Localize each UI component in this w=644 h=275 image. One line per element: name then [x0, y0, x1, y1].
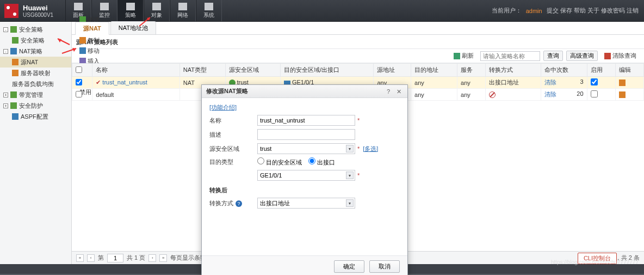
multi-select-link[interactable]: [多选]	[363, 145, 378, 153]
search-input[interactable]	[480, 51, 540, 61]
help-icon[interactable]: ?	[236, 200, 242, 207]
svg-rect-3	[152, 3, 161, 10]
tree-icon	[10, 26, 17, 33]
tree-带宽管理[interactable]: +带宽管理	[0, 89, 71, 100]
col-名称: 名称	[92, 64, 179, 77]
pager-total: 共 1 页	[127, 254, 145, 262]
tree-服务器映射[interactable]: 服务器映射	[0, 68, 71, 78]
radio-outif[interactable]: 出接口	[308, 157, 335, 167]
check-all[interactable]	[76, 66, 82, 73]
tree-icon	[10, 48, 17, 54]
edit-icon[interactable]	[619, 91, 626, 98]
enable-check[interactable]	[591, 78, 598, 85]
radio-dstzone[interactable]: 目的安全区域	[257, 157, 302, 167]
row-check[interactable]	[76, 91, 82, 97]
dialog-title: 修改源NAT策略	[206, 87, 248, 95]
pager-page-input[interactable]	[107, 254, 123, 262]
ok-button[interactable]: 确定	[334, 260, 364, 273]
col-转换方式: 转换方式	[486, 64, 541, 77]
col-启用: 启用	[587, 64, 615, 77]
tree-安全防护[interactable]: +安全防护	[0, 100, 71, 111]
row-check[interactable]	[76, 79, 82, 85]
adv-search-button[interactable]: 高级查询	[566, 51, 598, 61]
pager-prev[interactable]: ‹	[87, 254, 95, 262]
clear-hits-link[interactable]: 清除	[544, 79, 556, 85]
toolbar: 新建删除复制移动插入清除全部命中次数启用禁用 刷新 查询 高级查询 清除查询	[72, 49, 644, 63]
svg-rect-2	[126, 3, 135, 10]
pager-first[interactable]: «	[76, 254, 84, 262]
clear-hits-link[interactable]: 清除	[544, 91, 556, 97]
nav-icon	[100, 3, 109, 10]
policy-name-link[interactable]: trust_nat_untrust	[102, 79, 147, 85]
tree-安全策略[interactable]: 安全策略	[0, 35, 71, 46]
tree-服务器负载均衡[interactable]: 服务器负载均衡	[0, 78, 71, 89]
svg-rect-1	[100, 3, 109, 10]
tree-label: NAT策略	[19, 47, 42, 56]
tree-icon	[12, 59, 18, 65]
hdr-link-修改密码[interactable]: 修改密码	[601, 7, 625, 14]
expand-icon[interactable]: -	[3, 49, 8, 54]
col-源安全区域: 源安全区域	[225, 64, 280, 77]
huawei-logo-icon	[4, 4, 18, 18]
hdr-link-注销[interactable]: 注销	[627, 7, 639, 14]
col-目的安全区域/出接口: 目的安全区域/出接口	[280, 64, 374, 77]
chevron-down-icon: ▼	[346, 172, 354, 179]
dialog-close-icon[interactable]: ✕	[397, 88, 403, 95]
desc-input[interactable]	[257, 129, 355, 140]
tb-icon	[79, 37, 86, 44]
refresh-icon	[454, 53, 460, 59]
edit-icon[interactable]	[619, 80, 626, 86]
forbidden-icon	[489, 91, 496, 98]
enable-check[interactable]	[591, 90, 598, 97]
nav-系统[interactable]: 系统	[196, 0, 222, 21]
mode-select[interactable]: 出接口地址▼	[257, 198, 355, 209]
hdr-link-保存[interactable]: 保存	[560, 7, 572, 14]
required-icon: *	[357, 172, 360, 179]
hdr-link-帮助[interactable]: 帮助	[574, 7, 586, 14]
expand-icon[interactable]: +	[3, 103, 8, 108]
outif-select[interactable]: GE1/0/1▼	[257, 170, 355, 181]
nav-对象[interactable]: 对象	[144, 0, 170, 21]
pager-last[interactable]: »	[159, 254, 167, 262]
svg-rect-4	[178, 3, 187, 10]
tb-复制[interactable]: 复制	[76, 35, 139, 46]
cancel-button[interactable]: 取消	[369, 260, 400, 273]
header-right: 当前用户： admin 提交 保存 帮助 关于 修改密码 注销	[492, 7, 644, 15]
expand-icon[interactable]: +	[3, 93, 8, 97]
nav-网络[interactable]: 网络	[170, 0, 196, 21]
tree-安全策略[interactable]: -安全策略	[0, 24, 71, 35]
required-icon: *	[357, 145, 360, 152]
tree-label: 源NAT	[21, 58, 38, 66]
expand-icon[interactable]: -	[3, 27, 8, 32]
tree-label: 服务器映射	[21, 69, 51, 77]
col-源地址: 源地址	[374, 64, 411, 77]
panel-title: 源NAT策略列表	[72, 35, 644, 49]
hdr-link-关于[interactable]: 关于	[587, 7, 599, 14]
watermark: https://blog.csdn.net/mochu7777777	[551, 259, 639, 265]
name-input[interactable]	[257, 115, 355, 126]
tree-label: 安全防护	[19, 101, 43, 110]
refresh-button[interactable]: 刷新	[450, 51, 477, 61]
dialog-help-icon[interactable]: ?	[387, 88, 393, 95]
intro-link[interactable]: [功能介绍]	[209, 103, 400, 112]
tree-源NAT[interactable]: 源NAT	[0, 57, 71, 68]
tree-ASPF配置[interactable]: ASPF配置	[0, 111, 71, 122]
srczone-select[interactable]: trust▼	[257, 143, 355, 154]
hdr-link-提交[interactable]: 提交	[547, 7, 559, 14]
col-命中次数: 命中次数	[541, 64, 587, 77]
pager-next[interactable]: ›	[148, 254, 156, 262]
nav-icon	[74, 3, 83, 10]
tree-NAT策略[interactable]: -NAT策略	[0, 46, 71, 57]
tree-icon	[10, 102, 17, 109]
edit-nat-dialog: 修改源NAT策略 ? ✕ [功能介绍] 名称 * 描述 源安全区域 trust▼…	[201, 84, 408, 275]
tree-icon	[10, 91, 17, 98]
search-button[interactable]: 查询	[543, 51, 563, 61]
dialog-header: 修改源NAT策略 ? ✕	[202, 85, 407, 98]
tree-label: 服务器负载均衡	[12, 80, 54, 88]
tree-label: ASPF配置	[21, 112, 48, 121]
mode-label: 转换方式?	[209, 199, 257, 207]
clear-search-button[interactable]: 清除查询	[601, 51, 640, 61]
nav-icon	[178, 3, 187, 10]
tab-源NAT[interactable]: 源NAT	[75, 22, 109, 35]
tb-移动[interactable]: 移动	[76, 46, 139, 56]
